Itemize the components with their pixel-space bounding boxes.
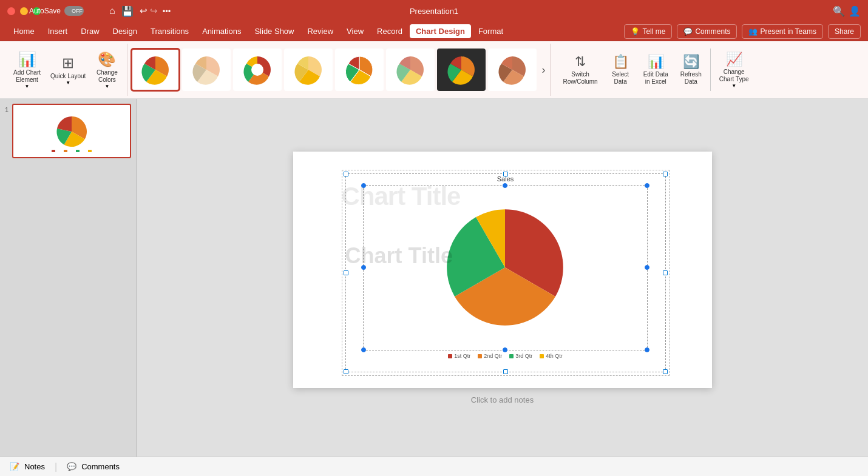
menu-record[interactable]: Record: [371, 24, 409, 38]
inner-handle-tl[interactable]: [361, 183, 366, 188]
change-colors-label: ChangeColors: [97, 69, 118, 84]
tell-me-button[interactable]: 💡 Tell me: [624, 24, 672, 39]
inner-handle-tc[interactable]: [503, 183, 507, 188]
autosave-label: AutoSave: [29, 7, 61, 15]
change-chart-type-label: ChangeChart Type: [719, 69, 749, 83]
chart-styles-area: ›: [129, 44, 551, 96]
notes-bar: 📝 Notes | 💬 Comments: [0, 457, 868, 476]
quick-layout-button[interactable]: ⊞ Quick Layout ▼: [47, 49, 89, 92]
slide-panel: 1: [0, 99, 137, 457]
minimize-button[interactable]: [20, 7, 28, 15]
menu-format[interactable]: Format: [472, 24, 509, 38]
chart-style-7[interactable]: [437, 49, 486, 91]
select-data-button[interactable]: 📋 SelectData: [604, 50, 637, 89]
switch-label: SwitchRow/Column: [563, 71, 597, 85]
slide-canvas[interactable]: Chart Title Sales: [293, 152, 712, 388]
lightbulb-icon: 💡: [631, 27, 640, 36]
handle-tc[interactable]: [503, 172, 508, 176]
ribbon: 📊 Add ChartElement ▼ ⊞ Quick Layout ▼ 🎨 …: [0, 41, 868, 99]
more-icon[interactable]: •••: [163, 7, 171, 16]
refresh-data-button[interactable]: 🔄 RefreshData: [674, 50, 708, 89]
chart-style-1-preview: [137, 52, 174, 88]
click-to-add-notes[interactable]: Click to add notes: [471, 395, 534, 404]
menu-insert[interactable]: Insert: [42, 24, 74, 38]
home-icon[interactable]: ⌂: [109, 5, 115, 16]
comments-label[interactable]: Comments: [81, 462, 120, 471]
window-title: Presentation1: [410, 7, 458, 16]
handle-bc[interactable]: [503, 369, 508, 374]
notes-label[interactable]: Notes: [24, 462, 45, 471]
select-data-label: SelectData: [612, 71, 629, 85]
save-icon[interactable]: 💾: [121, 5, 134, 17]
chart-style-8-preview: [494, 52, 531, 88]
menu-design[interactable]: Design: [107, 24, 143, 38]
redo-icon[interactable]: ↪: [150, 5, 158, 16]
handle-bl[interactable]: [344, 369, 348, 374]
refresh-data-label: RefreshData: [680, 71, 702, 85]
inner-handle-tr[interactable]: [645, 183, 649, 188]
chart-style-6[interactable]: [386, 49, 435, 91]
present-in-teams-button[interactable]: 👥 Present in Teams: [742, 24, 823, 39]
handle-tl[interactable]: [344, 172, 348, 176]
handle-tr[interactable]: [663, 172, 668, 176]
add-chart-element-button[interactable]: 📊 Add ChartElement ▼: [10, 49, 44, 92]
menu-view[interactable]: View: [341, 24, 370, 38]
autosave-toggle[interactable]: OFF: [64, 6, 84, 16]
slide-1-container: 1: [5, 104, 131, 158]
main-area: 1: [0, 99, 868, 457]
account-icon[interactable]: 👤: [849, 5, 861, 17]
handle-ml[interactable]: [344, 270, 348, 275]
menu-slideshow[interactable]: Slide Show: [248, 24, 300, 38]
search-icon[interactable]: 🔍: [833, 5, 845, 17]
menubar-right: 💡 Tell me 💬 Comments 👥 Present in Teams …: [624, 24, 861, 39]
handle-mr[interactable]: [663, 270, 668, 275]
chart-style-5-preview: [341, 52, 378, 88]
slide-thumb-preview: [26, 106, 117, 156]
chart-styles-next[interactable]: ›: [539, 61, 548, 79]
comment-icon: 💬: [683, 27, 693, 36]
teams-icon: 👥: [748, 27, 758, 36]
switch-icon: ⇅: [575, 54, 586, 70]
svg-rect-7: [88, 150, 92, 152]
change-colors-button[interactable]: 🎨 ChangeColors ▼: [92, 49, 122, 92]
switch-row-column-button[interactable]: ⇅ SwitchRow/Column: [557, 50, 603, 89]
refresh-data-icon: 🔄: [683, 54, 699, 70]
svg-rect-5: [64, 150, 67, 152]
add-chart-element-icon: 📊: [18, 51, 36, 68]
quick-layout-icon: ⊞: [62, 55, 74, 72]
handle-br[interactable]: [663, 369, 668, 374]
inner-handle-bl[interactable]: [361, 347, 366, 352]
menu-review[interactable]: Review: [301, 24, 339, 38]
menu-draw[interactable]: Draw: [75, 24, 105, 38]
edit-data-button[interactable]: 📊 Edit Datain Excel: [637, 50, 674, 89]
chart-content: Sales: [342, 170, 669, 375]
divider: [710, 49, 711, 91]
menu-animations[interactable]: Animations: [196, 24, 247, 38]
pie-chart-svg: [435, 198, 575, 337]
close-button[interactable]: [7, 7, 15, 15]
notes-icon: 📝: [10, 462, 19, 471]
ribbon-group-chart-tools: 📊 Add ChartElement ▼ ⊞ Quick Layout ▼ 🎨 …: [5, 44, 127, 96]
select-data-icon: 📋: [612, 54, 629, 70]
chart-container[interactable]: Sales: [342, 170, 670, 376]
change-chart-type-button[interactable]: 📈 ChangeChart Type ▼: [713, 48, 755, 92]
chart-style-5[interactable]: [335, 49, 384, 91]
share-button[interactable]: Share: [828, 24, 861, 39]
menu-chartdesign[interactable]: Chart Design: [410, 24, 471, 38]
slide-thumbnail-1[interactable]: [12, 104, 131, 158]
edit-data-icon: 📊: [648, 54, 664, 70]
chart-style-8[interactable]: [488, 49, 537, 91]
chart-style-3[interactable]: [233, 49, 282, 91]
chart-style-4[interactable]: [284, 49, 333, 91]
undo-icon[interactable]: ↩: [140, 5, 147, 16]
inner-handle-bc[interactable]: [503, 347, 507, 352]
inner-handle-ml[interactable]: [361, 265, 366, 270]
titlebar: AutoSave OFF ⌂ 💾 ↩ ↪ ••• Presentation1 🔍…: [0, 0, 868, 22]
chart-style-1[interactable]: [131, 49, 180, 91]
menu-transitions[interactable]: Transitions: [144, 24, 195, 38]
svg-rect-6: [76, 150, 80, 152]
menu-home[interactable]: Home: [7, 24, 41, 38]
chart-style-2[interactable]: [182, 49, 231, 91]
comments-button[interactable]: 💬 Comments: [677, 24, 737, 39]
inner-handle-mr[interactable]: [645, 265, 649, 270]
